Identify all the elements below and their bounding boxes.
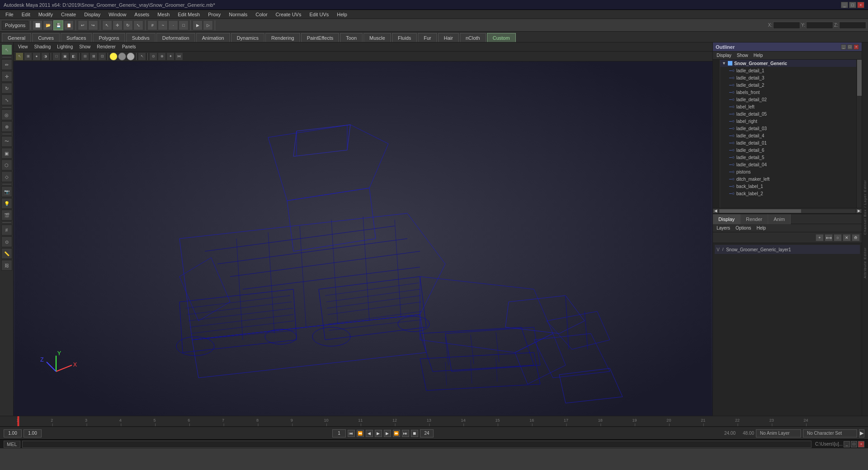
menu-help[interactable]: Help — [333, 11, 351, 18]
vp-light-3[interactable] — [127, 52, 135, 61]
layer-connect-btn[interactable]: ⟷ — [825, 234, 833, 241]
maximize-btn[interactable]: □ — [849, 2, 856, 8]
tool-light[interactable]: 💡 — [1, 198, 12, 209]
range-start-input[interactable] — [4, 429, 22, 437]
menu-edit-mesh[interactable]: Edit Mesh — [174, 11, 203, 18]
menu-edit[interactable]: Edit — [18, 11, 34, 18]
tool-paint[interactable]: ✏ — [1, 59, 12, 70]
outliner-item[interactable]: ─○ ladle_detail_03 — [720, 125, 856, 132]
vp-shaded-btn[interactable]: ◑ — [41, 52, 49, 61]
tab-rendering[interactable]: Rendering — [265, 33, 300, 42]
outliner-item[interactable]: ─○ ladle_detail_2 — [720, 81, 856, 89]
next-frame-btn[interactable]: ▶ — [384, 430, 391, 437]
redo-btn[interactable]: ↪ — [88, 20, 98, 30]
minimize-btn[interactable]: _ — [841, 2, 848, 8]
tool-soft-select[interactable]: ◎ — [1, 109, 12, 120]
vp-menu-panels[interactable]: Panels — [119, 44, 139, 50]
tool-poly[interactable]: ⬡ — [1, 160, 12, 170]
anim-layer-selector[interactable]: No Anim Layer — [756, 429, 801, 437]
outliner-item[interactable]: ─○ pistons — [720, 168, 856, 175]
tool-rigging[interactable]: ⛓ — [1, 260, 12, 271]
outliner-item[interactable]: ─○ label_right — [720, 118, 856, 125]
prev-frame-btn[interactable]: ◀ — [366, 430, 373, 437]
menu-window[interactable]: Window — [105, 11, 130, 18]
tab-subdivs[interactable]: Subdivs — [126, 33, 156, 42]
scroll-thumb[interactable] — [857, 60, 862, 96]
outliner-root-item[interactable]: ▼ Snow_Groomer_Generic — [720, 60, 856, 67]
tool-curve[interactable]: 〜 — [1, 136, 12, 147]
vp-menu-renderer[interactable]: Renderer — [94, 44, 118, 50]
snap-curve[interactable]: ~ — [158, 20, 168, 30]
tab-fur[interactable]: Fur — [418, 33, 437, 42]
outliner-item[interactable]: ─○ ladle_detail_5 — [720, 154, 856, 161]
undo-btn[interactable]: ↩ — [78, 20, 88, 30]
menu-color[interactable]: Color — [252, 11, 271, 18]
tool-move[interactable]: ✛ — [1, 71, 12, 82]
tab-toon[interactable]: Toon — [340, 33, 363, 42]
vp-res-2[interactable]: ⊠ — [90, 52, 98, 61]
vp-menu-lighting[interactable]: Lighting — [54, 44, 75, 50]
menu-normals[interactable]: Normals — [225, 11, 251, 18]
layer-new-btn[interactable]: + — [816, 234, 824, 241]
hscroll-left[interactable]: ◀ — [713, 209, 718, 213]
range-current-input[interactable] — [24, 429, 42, 437]
vp-display-2[interactable]: ▣ — [61, 52, 69, 61]
outliner-item[interactable]: ─○ back_label_1 — [720, 183, 856, 190]
tool-snap[interactable]: ⊙ — [1, 236, 12, 247]
layer-menu-options[interactable]: Options — [734, 225, 753, 231]
tool-measure[interactable]: 📏 — [1, 248, 12, 259]
layer-delete-btn[interactable]: ✕ — [843, 234, 851, 241]
3d-viewport[interactable]: X Y Z — [14, 61, 712, 416]
vp-smooth-btn[interactable]: ● — [33, 52, 41, 61]
tool-scale[interactable]: ⤡ — [1, 94, 12, 105]
menu-assets[interactable]: Assets — [131, 11, 153, 18]
vp-snap-2[interactable]: ⊕ — [158, 52, 166, 61]
render-btn[interactable]: ▶ — [193, 20, 203, 30]
tab-animation[interactable]: Animation — [196, 33, 230, 42]
outliner-menu-help[interactable]: Help — [752, 52, 765, 58]
tab-polygons[interactable]: Polygons — [93, 33, 125, 42]
vp-camera-select[interactable]: ↖ — [138, 52, 146, 61]
tab-fluids[interactable]: Fluids — [392, 33, 417, 42]
menu-file[interactable]: File — [2, 11, 17, 18]
outliner-minimize[interactable]: _ — [841, 44, 846, 50]
layer-empty-btn[interactable]: ○ — [834, 234, 842, 241]
outliner-menu-show[interactable]: Show — [735, 52, 750, 58]
outliner-item[interactable]: ─○ ladle_detail_05 — [720, 110, 856, 118]
tab-curves[interactable]: Curves — [32, 33, 60, 42]
tab-hair[interactable]: Hair — [438, 33, 459, 42]
tab-general[interactable]: General — [2, 33, 31, 42]
play-stop-btn[interactable]: ⏹ — [411, 430, 418, 437]
snap-view[interactable]: □ — [179, 20, 189, 30]
vp-light-1[interactable] — [109, 52, 118, 61]
layer-tab-render[interactable]: Render — [741, 214, 768, 224]
outliner-item[interactable]: ─○ ladle_detail_1 — [720, 67, 856, 74]
tab-custom[interactable]: Custom — [487, 33, 516, 42]
play-start-btn[interactable]: ⏮ — [348, 430, 355, 437]
play-end-btn[interactable]: ⏭ — [402, 430, 409, 437]
tool-camera[interactable]: 📷 — [1, 186, 12, 197]
vp-wireframe-btn[interactable]: ⊞ — [24, 52, 32, 61]
layer-tab-display[interactable]: Display — [713, 214, 741, 224]
menu-create[interactable]: Create — [57, 11, 80, 18]
play-btn[interactable]: ▶ — [375, 430, 382, 437]
timeline-scroll-right[interactable]: ▶ — [859, 429, 864, 437]
outliner-maximize[interactable]: □ — [847, 44, 853, 50]
tab-dynamics[interactable]: Dynamics — [231, 33, 264, 42]
menu-proxy[interactable]: Proxy — [204, 11, 224, 18]
outliner-item[interactable]: ─○ ladle_detail_02 — [720, 96, 856, 103]
tab-painteffects[interactable]: PaintEffects — [301, 33, 340, 42]
save-btn[interactable]: 💾 — [53, 20, 63, 30]
outliner-item[interactable]: ─○ ladle_detail_04 — [720, 161, 856, 168]
tab-surfaces[interactable]: Surfaces — [61, 33, 92, 42]
timeline-ruler[interactable]: 1 2 3 4 5 6 7 8 9 10 11 12 13 14 15 16 1… — [0, 416, 868, 426]
snap-grid[interactable]: # — [147, 20, 157, 30]
outliner-item[interactable]: ─○ ladle_detail_3 — [720, 74, 856, 81]
tool-show-manip[interactable]: ⊕ — [1, 121, 12, 132]
tool-select[interactable]: ↖ — [1, 44, 12, 55]
open-btn[interactable]: 📂 — [43, 20, 53, 30]
path-minimize[interactable]: _ — [844, 441, 850, 447]
script-input[interactable] — [22, 441, 811, 448]
close-btn[interactable]: × — [857, 2, 864, 8]
layer-tab-anim[interactable]: Anim — [768, 214, 791, 224]
